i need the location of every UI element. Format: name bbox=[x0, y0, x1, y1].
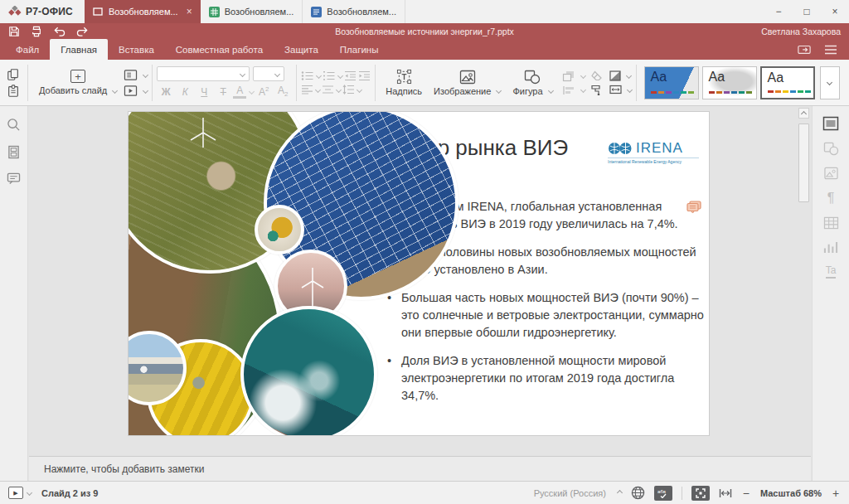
shape-icon bbox=[524, 70, 541, 85]
presentation-file-icon bbox=[93, 7, 104, 17]
doc-tab-presentation[interactable]: Возобновляем... × bbox=[85, 0, 201, 23]
open-file-location-icon[interactable] bbox=[798, 44, 811, 55]
insert-textbox-button[interactable]: Надпись bbox=[380, 69, 428, 96]
fit-to-width-toggle[interactable] bbox=[719, 488, 732, 498]
zoom-level[interactable]: Масштаб 68% bbox=[760, 488, 822, 498]
chart-settings-icon[interactable] bbox=[823, 240, 838, 254]
align-shape-button[interactable] bbox=[562, 85, 585, 95]
image-settings-icon[interactable] bbox=[823, 167, 839, 180]
tab-close-icon[interactable]: × bbox=[187, 6, 192, 17]
slide-canvas[interactable]: Обзор рынка ВИЭ IRENA International Rene… bbox=[129, 112, 709, 435]
menu-tab-collaboration[interactable]: Совместная работа bbox=[165, 39, 274, 60]
increase-indent-button[interactable] bbox=[358, 70, 371, 81]
menu-tab-protection[interactable]: Защита bbox=[274, 39, 329, 60]
menu-tab-file[interactable]: Файл bbox=[5, 39, 50, 60]
arrange-shape-button[interactable] bbox=[562, 70, 585, 82]
shape-fill-button[interactable] bbox=[609, 70, 631, 81]
font-name-select[interactable] bbox=[157, 66, 250, 81]
toolbar-separator bbox=[375, 65, 376, 101]
irena-logo-tagline: International Renewable Energy Agency bbox=[608, 158, 699, 164]
slide-layout-button[interactable] bbox=[124, 69, 148, 81]
undo-icon[interactable] bbox=[53, 26, 65, 36]
theme-gallery-expand-button[interactable] bbox=[820, 66, 840, 99]
notes-area[interactable]: Нажмите, чтобы добавить заметки bbox=[29, 456, 811, 481]
slide-size-button[interactable] bbox=[609, 85, 632, 94]
insert-image-button[interactable]: Изображение bbox=[428, 70, 507, 96]
vertical-align-button[interactable] bbox=[322, 85, 341, 94]
menu-tab-plugins[interactable]: Плагины bbox=[329, 39, 390, 60]
menu-tab-home[interactable]: Главная bbox=[50, 39, 108, 60]
theme-option-blue[interactable]: Aa bbox=[644, 66, 699, 99]
spellcheck-toggle[interactable]: абв bbox=[654, 486, 672, 501]
paragraph-settings-icon[interactable]: ¶ bbox=[827, 191, 835, 206]
underline-button[interactable]: Ч bbox=[195, 86, 213, 98]
comment-indicator-icon[interactable] bbox=[686, 200, 702, 216]
language-selector[interactable]: Русский (Россия) bbox=[534, 488, 606, 498]
copy-icon[interactable] bbox=[7, 68, 20, 81]
wind-turbine-graphic bbox=[184, 114, 222, 152]
fit-to-slide-toggle[interactable] bbox=[691, 486, 710, 501]
user-name: Светлана Захарова bbox=[725, 27, 849, 36]
save-icon[interactable] bbox=[8, 26, 20, 37]
photo-geothermal-aerial[interactable] bbox=[255, 205, 304, 254]
add-slide-button[interactable]: + Добавить слайд bbox=[32, 70, 124, 95]
doc-tab-document[interactable]: Возобновляем... bbox=[303, 0, 405, 23]
header-bar: Возобновляемые источники энергии_r7.pptx… bbox=[0, 23, 849, 39]
doc-tab-spreadsheet[interactable]: Возобновляем... bbox=[201, 0, 303, 23]
numbered-list-button[interactable] bbox=[323, 70, 342, 81]
search-icon[interactable] bbox=[7, 118, 21, 132]
comments-panel-icon[interactable] bbox=[7, 172, 21, 185]
bullet-item: • Большая часть новых мощностей ВИЭ (поч… bbox=[387, 289, 707, 342]
subscript-button[interactable]: А2 bbox=[274, 85, 292, 98]
clear-style-icon[interactable] bbox=[590, 70, 603, 81]
status-bar: ▶ Слайд 2 из 9 Русский (Россия) абв − Ма… bbox=[0, 481, 849, 504]
scroll-up-arrow[interactable] bbox=[798, 108, 809, 119]
irena-logo[interactable]: IRENA International Renewable Energy Age… bbox=[608, 140, 699, 164]
decrease-indent-button[interactable] bbox=[344, 70, 357, 81]
hamburger-menu-icon[interactable] bbox=[824, 45, 837, 55]
horizontal-align-button[interactable] bbox=[301, 85, 320, 94]
theme-option-gray[interactable]: Aa bbox=[702, 66, 757, 99]
app-name: Р7-ОФИС bbox=[26, 6, 73, 17]
left-panel-strip bbox=[0, 106, 28, 481]
bullet-list-button[interactable] bbox=[301, 70, 321, 81]
superscript-button[interactable]: А2 bbox=[255, 85, 273, 98]
preview-slideshow-button[interactable] bbox=[124, 85, 148, 97]
main-area: Обзор рынка ВИЭ IRENA International Rene… bbox=[0, 106, 849, 481]
font-color-button[interactable]: А bbox=[233, 85, 246, 99]
minimize-button[interactable]: − bbox=[764, 0, 793, 23]
close-button[interactable]: × bbox=[821, 0, 849, 23]
line-spacing-button[interactable] bbox=[342, 85, 361, 94]
paste-icon[interactable] bbox=[7, 85, 20, 98]
menu-tab-insert[interactable]: Вставка bbox=[108, 39, 165, 60]
vertical-scrollbar[interactable] bbox=[798, 108, 809, 454]
r7-office-logo-icon bbox=[8, 6, 22, 17]
photo-ocean-waves[interactable] bbox=[240, 306, 377, 435]
slide-counter: Слайд 2 из 9 bbox=[41, 488, 98, 498]
redo-icon[interactable] bbox=[76, 26, 89, 36]
language-globe-icon[interactable] bbox=[631, 486, 645, 500]
font-size-select[interactable] bbox=[253, 66, 284, 81]
shape-settings-icon[interactable] bbox=[823, 142, 839, 156]
italic-button[interactable]: К bbox=[176, 86, 194, 98]
slides-panel-icon[interactable] bbox=[7, 145, 20, 159]
table-settings-icon[interactable] bbox=[823, 216, 839, 230]
copy-style-icon[interactable] bbox=[590, 85, 603, 95]
slide-settings-icon[interactable] bbox=[822, 116, 839, 131]
maximize-button[interactable]: □ bbox=[793, 0, 821, 23]
quick-access-toolbar bbox=[0, 26, 124, 37]
strikethrough-button[interactable]: Т bbox=[214, 86, 232, 98]
scrollbar-thumb[interactable] bbox=[798, 124, 809, 202]
zoom-in-button[interactable]: + bbox=[831, 487, 841, 500]
chevron-up-icon bbox=[617, 490, 623, 496]
bold-button[interactable]: Ж bbox=[157, 86, 175, 98]
zoom-out-button[interactable]: − bbox=[741, 487, 751, 500]
chevron-down-icon[interactable] bbox=[27, 490, 32, 496]
theme-option-white-selected[interactable]: Aa bbox=[760, 66, 815, 99]
toolbar-separator bbox=[296, 65, 297, 101]
insert-shape-button[interactable]: Фигура bbox=[507, 70, 558, 96]
start-slideshow-button[interactable]: ▶ bbox=[8, 487, 23, 499]
editing-canvas[interactable]: Обзор рынка ВИЭ IRENA International Rene… bbox=[29, 106, 811, 456]
textart-settings-icon[interactable]: Ta bbox=[826, 264, 837, 279]
print-icon[interactable] bbox=[31, 26, 42, 37]
